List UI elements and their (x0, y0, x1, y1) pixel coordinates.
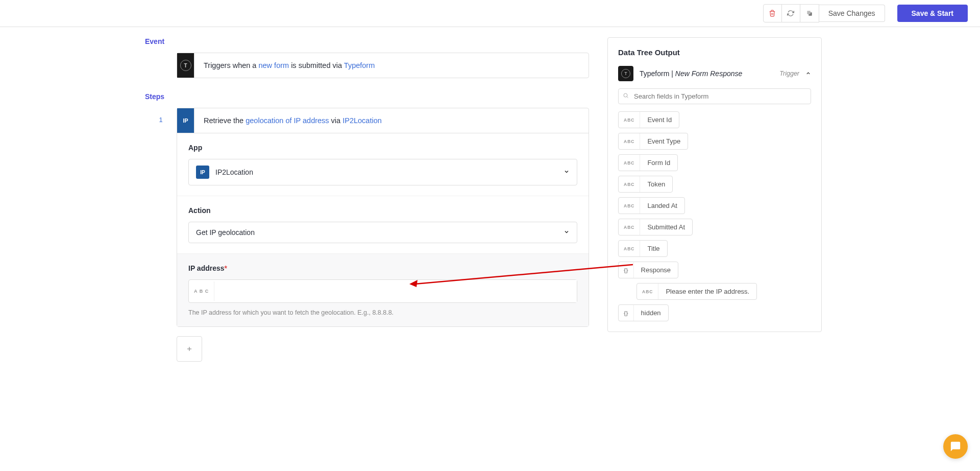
type-tag-object: {} (619, 305, 634, 321)
search-icon (623, 92, 629, 100)
step-header-text: Retrieve the geolocation of IP address v… (194, 108, 589, 133)
type-tag-abc: ABC (619, 219, 640, 235)
data-tree-fields: ABCEvent Id ABCEvent Type ABCForm Id ABC… (618, 111, 811, 321)
chevron-up-icon[interactable] (805, 70, 811, 77)
svg-point-6 (624, 93, 627, 97)
field-name: Title (640, 241, 667, 256)
ip-address-input-wrapper[interactable]: A B C (188, 279, 577, 303)
field-event-type[interactable]: ABCEvent Type (618, 133, 688, 150)
action-select[interactable]: Get IP geolocation (188, 222, 577, 243)
field-hidden[interactable]: {}hidden (618, 304, 669, 321)
type-tag-abc: ABC (637, 284, 658, 299)
field-form-id[interactable]: ABCForm Id (618, 154, 678, 171)
event-description: Triggers when a new form is submitted vi… (194, 53, 589, 78)
app-select-value: IP2Location (215, 168, 564, 176)
event-section-label: Event (145, 37, 589, 45)
trash-icon (769, 10, 776, 17)
step-card: IP Retrieve the geolocation of IP addres… (177, 108, 589, 327)
field-name: Landed At (640, 198, 684, 214)
ip2location-icon: IP (177, 108, 194, 133)
field-submitted-at[interactable]: ABCSubmitted At (618, 219, 693, 236)
field-title[interactable]: ABCTitle (618, 240, 668, 257)
app-label: App (188, 144, 577, 152)
field-name: Event Id (640, 112, 679, 128)
type-tag-abc: ABC (619, 241, 640, 256)
chevron-down-icon (564, 229, 570, 237)
refresh-button[interactable] (782, 5, 800, 22)
type-tag-object: {} (619, 262, 634, 278)
app-select-icon: IP (196, 166, 209, 179)
field-name: Event Type (640, 133, 688, 149)
field-name: Response (634, 262, 678, 278)
field-name: Form Id (640, 155, 677, 171)
step-header[interactable]: IP Retrieve the geolocation of IP addres… (177, 108, 589, 133)
field-name: Submitted At (640, 219, 692, 235)
step-header-mid: via (329, 116, 343, 125)
type-tag-abc: ABC (619, 112, 640, 128)
ip-address-section: IP address* A B C The IP address for whi… (177, 253, 589, 326)
step-header-prefix: Retrieve the (204, 116, 246, 125)
required-marker: * (225, 264, 227, 272)
save-start-button[interactable]: Save & Start (897, 5, 968, 22)
field-name: Please enter the IP address. (658, 284, 756, 299)
typeform-icon: T (177, 53, 194, 78)
step-header-link2[interactable]: IP2Location (342, 116, 382, 125)
topbar-icon-group (763, 4, 819, 22)
data-tree-card: Data Tree Output T Typeform | New Form R… (607, 37, 822, 332)
action-select-value: Get IP geolocation (196, 228, 564, 237)
event-link-newform[interactable]: new form (258, 61, 289, 69)
chevron-down-icon (564, 169, 570, 176)
ip-address-label: IP address* (188, 264, 577, 272)
field-response[interactable]: {}Response (618, 262, 678, 278)
type-tag-abc: A B C (189, 281, 214, 301)
data-tree-title: Data Tree Output (618, 48, 811, 57)
data-tree-search (618, 88, 811, 104)
data-tree-app-name: Typeform | New Form Response (640, 69, 773, 78)
step-row: 1 IP Retrieve the geolocation of IP addr… (145, 108, 589, 327)
data-tree-header[interactable]: T Typeform | New Form Response Trigger (618, 66, 811, 81)
type-tag-abc: ABC (619, 176, 640, 192)
copy-icon (806, 10, 813, 17)
delete-button[interactable] (764, 5, 782, 22)
field-ip-address-question[interactable]: ABCPlease enter the IP address. (636, 283, 757, 300)
ip-address-input[interactable] (214, 280, 577, 302)
data-tree-search-input[interactable] (618, 88, 811, 104)
event-link-typeform[interactable]: Typeform (344, 61, 375, 69)
topbar: Save Changes Save & Start (0, 0, 980, 27)
type-tag-abc: ABC (619, 198, 640, 214)
field-token[interactable]: ABCToken (618, 176, 673, 193)
save-changes-button[interactable]: Save Changes (819, 5, 885, 22)
data-tree-app-icon: T (618, 66, 633, 81)
field-landed-at[interactable]: ABCLanded At (618, 197, 685, 214)
data-tree-trigger-badge: Trigger (779, 70, 799, 77)
field-name: hidden (634, 305, 668, 321)
copy-button[interactable] (800, 5, 819, 22)
app-select[interactable]: IP IP2Location (188, 159, 577, 185)
main-column: Event T Triggers when a new form is subm… (145, 37, 589, 362)
steps-section-label: Steps (145, 92, 589, 101)
event-text-mid: is submitted via (289, 61, 344, 69)
action-label: Action (188, 206, 577, 215)
type-tag-abc: ABC (619, 133, 640, 149)
type-tag-abc: ABC (619, 155, 640, 171)
plus-icon (186, 345, 193, 352)
add-step-button[interactable] (177, 336, 202, 362)
ip-address-helper: The IP address for which you want to fet… (188, 309, 577, 316)
svg-rect-3 (807, 11, 810, 14)
field-event-id[interactable]: ABCEvent Id (618, 111, 679, 128)
side-column: Data Tree Output T Typeform | New Form R… (607, 37, 822, 362)
step-header-link1[interactable]: geolocation of IP address (246, 116, 329, 125)
app-section: App IP IP2Location (177, 133, 589, 196)
ip-label-text: IP address (188, 264, 225, 272)
refresh-icon (787, 10, 794, 17)
svg-line-7 (627, 97, 628, 98)
step-number: 1 (145, 108, 177, 124)
field-name: Token (640, 176, 672, 192)
event-card[interactable]: T Triggers when a new form is submitted … (177, 53, 589, 78)
event-text: Triggers when a (204, 61, 258, 69)
action-section: Action Get IP geolocation (177, 196, 589, 253)
